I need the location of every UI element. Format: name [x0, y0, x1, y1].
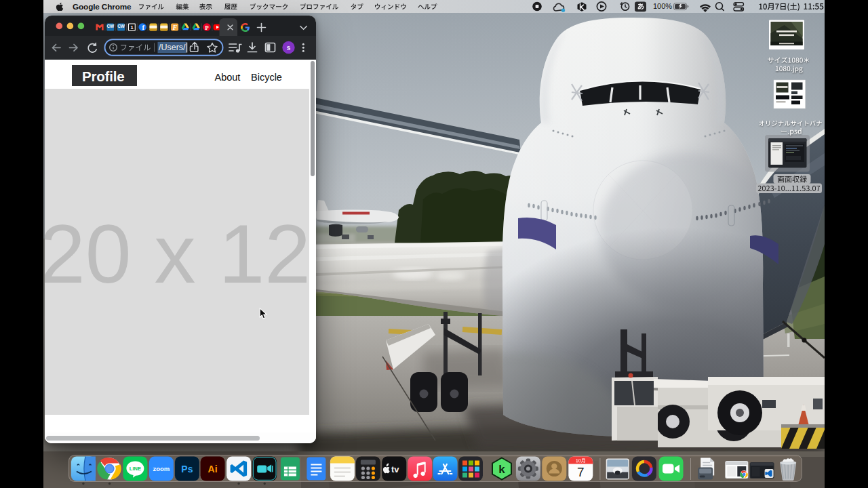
svg-text:Ai: Ai: [208, 464, 218, 474]
svg-text:tv: tv: [391, 464, 399, 474]
svg-text:k: k: [498, 463, 505, 476]
svg-text:zoom: zoom: [153, 465, 170, 472]
svg-text:LINE: LINE: [130, 466, 141, 472]
svg-text:7: 7: [577, 465, 585, 479]
svg-text:Ps: Ps: [181, 464, 193, 474]
